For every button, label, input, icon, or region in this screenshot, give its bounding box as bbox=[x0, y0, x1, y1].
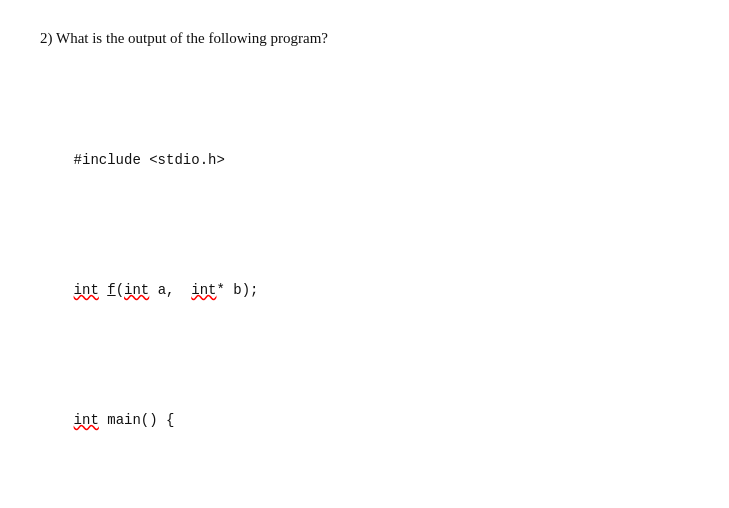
int-main-declaration: int main() { bbox=[40, 388, 689, 453]
include-line: #include <stdio.h> bbox=[40, 128, 689, 193]
int-star-keyword: int bbox=[191, 282, 216, 298]
int-f-declaration: int f(int a, int* b); bbox=[40, 258, 689, 323]
question-text: 2) What is the output of the following p… bbox=[40, 30, 689, 47]
main-text: main() { bbox=[99, 412, 175, 428]
include-text: #include <stdio.h> bbox=[74, 152, 225, 168]
code-block: #include <stdio.h> int f(int a, int* b);… bbox=[40, 63, 689, 508]
int-keyword-2: int bbox=[124, 282, 149, 298]
question-label: 2) What is the output of the following p… bbox=[40, 30, 689, 47]
space1 bbox=[99, 282, 107, 298]
f-name-1: f bbox=[107, 282, 115, 298]
f-params-1: ( bbox=[116, 282, 124, 298]
f-param-b: * b); bbox=[217, 282, 259, 298]
int-keyword-main: int bbox=[74, 412, 99, 428]
f-param-a: a, bbox=[149, 282, 191, 298]
int-keyword-1: int bbox=[74, 282, 99, 298]
